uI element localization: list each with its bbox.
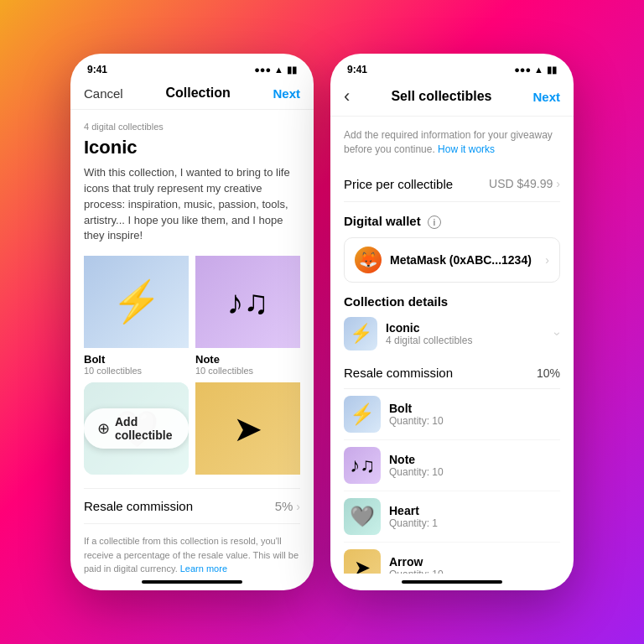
phone1-content: 4 digital collectibles Iconic With this … bbox=[70, 110, 314, 574]
nav-bar-2: ‹ Sell collectibles Next bbox=[330, 79, 574, 117]
battery-icon-2: ▮▮ bbox=[547, 65, 557, 75]
collectibles-list: ⚡ Bolt Quantity: 10 ♪♫ Note Quantity: 10 bbox=[344, 389, 560, 574]
price-chevron-icon: › bbox=[556, 177, 560, 190]
plus-icon: ⊕ bbox=[97, 419, 110, 438]
heart-collectible-qty: Quantity: 1 bbox=[389, 517, 438, 529]
price-value: USD $49.99 › bbox=[489, 177, 560, 190]
bolt-emoji: ⚡ bbox=[112, 278, 162, 325]
status-icons-1: ●●● ▲ ▮▮ bbox=[254, 65, 297, 75]
status-bar-2: 9:41 ●●● ▲ ▮▮ bbox=[330, 54, 574, 79]
resale-chevron-icon: › bbox=[296, 500, 300, 513]
arrow-emoji: ➤ bbox=[233, 408, 262, 449]
wallet-section-title: Digital wallet i bbox=[344, 214, 560, 230]
iconic-info: Iconic 4 digital collectibles bbox=[386, 321, 472, 346]
price-label: Price per collectible bbox=[344, 177, 453, 191]
collection-count: 4 digital collectibles bbox=[84, 122, 300, 132]
collection-title: Iconic bbox=[84, 137, 300, 158]
signal-icon-2: ●●● bbox=[514, 65, 531, 75]
note-collectible-name: Note bbox=[389, 453, 444, 466]
metamask-icon: 🦊 bbox=[355, 247, 382, 273]
heart-collectible-name: Heart bbox=[389, 504, 438, 517]
arrow-info: Arrow Quantity: 10 bbox=[389, 555, 444, 574]
nav-title-1: Collection bbox=[165, 86, 230, 101]
grid-item-arrow: ➤ bbox=[195, 382, 300, 475]
note-count: 10 collectibles bbox=[195, 366, 300, 376]
phone-collection: 9:41 ●●● ▲ ▮▮ Cancel Collection Next 4 d… bbox=[70, 54, 314, 590]
note-info: Note Quantity: 10 bbox=[389, 453, 444, 478]
note-image: ♪♫ bbox=[195, 256, 300, 348]
iconic-count: 4 digital collectibles bbox=[386, 335, 472, 346]
collapse-icon[interactable]: › bbox=[552, 332, 565, 336]
resale-info-text: If a collectible from this collection is… bbox=[84, 534, 300, 574]
heart-icon: 🩶 bbox=[344, 498, 381, 535]
wallet-name: MetaMask (0xABC...1234) bbox=[390, 253, 532, 267]
price-row: Price per collectible USD $49.99 › bbox=[344, 167, 560, 202]
grid-item-bolt: ⚡ Bolt 10 collectibles bbox=[84, 256, 189, 376]
back-button[interactable]: ‹ bbox=[344, 86, 350, 107]
wifi-icon-1: ▲ bbox=[274, 65, 283, 75]
arrow-collectible-qty: Quantity: 10 bbox=[389, 569, 444, 574]
bolt-collectible-qty: Quantity: 10 bbox=[389, 415, 444, 427]
collection-description: With this collection, I wanted to bring … bbox=[84, 165, 300, 244]
arrow-collectible-name: Arrow bbox=[389, 555, 444, 569]
resale-value: 5% › bbox=[275, 499, 300, 513]
home-indicator-1 bbox=[142, 580, 242, 584]
how-it-works-link[interactable]: How it works bbox=[438, 143, 495, 155]
phones-container: 9:41 ●●● ▲ ▮▮ Cancel Collection Next 4 d… bbox=[70, 54, 574, 590]
time-1: 9:41 bbox=[87, 64, 107, 75]
collectible-row-note: ♪♫ Note Quantity: 10 bbox=[344, 440, 560, 491]
note-emoji: ♪♫ bbox=[227, 283, 269, 321]
resale-commission-label: Resale commission bbox=[344, 366, 453, 380]
wallet-row[interactable]: 🦊 MetaMask (0xABC...1234) › bbox=[344, 237, 560, 283]
nav-title-2: Sell collectibles bbox=[391, 89, 491, 104]
phone-sell: 9:41 ●●● ▲ ▮▮ ‹ Sell collectibles Next A… bbox=[330, 54, 574, 590]
bolt-collectible-name: Bolt bbox=[389, 402, 444, 415]
note-icon: ♪♫ bbox=[344, 447, 381, 484]
heart-info: Heart Quantity: 1 bbox=[389, 504, 438, 529]
status-icons-2: ●●● ▲ ▮▮ bbox=[514, 65, 557, 75]
collectible-row-arrow: ➤ Arrow Quantity: 10 bbox=[344, 543, 560, 574]
resale-row: Resale commission 5% › bbox=[84, 488, 300, 524]
grid-item-heart: 🩶 ⊕ Add collectible bbox=[84, 382, 189, 475]
arrow-icon: ➤ bbox=[344, 549, 381, 574]
collectible-row-bolt: ⚡ Bolt Quantity: 10 bbox=[344, 389, 560, 440]
resale-commission-row: Resale commission 10% bbox=[344, 361, 560, 389]
resale-label: Resale commission bbox=[84, 499, 193, 513]
sell-info-text: Add the required information for your gi… bbox=[344, 128, 560, 157]
status-bar-1: 9:41 ●●● ▲ ▮▮ bbox=[70, 54, 314, 79]
note-name: Note bbox=[195, 353, 300, 366]
bolt-name: Bolt bbox=[84, 353, 189, 366]
bolt-image: ⚡ bbox=[84, 256, 189, 348]
bolt-info: Bolt Quantity: 10 bbox=[389, 402, 444, 427]
wifi-icon-2: ▲ bbox=[534, 65, 543, 75]
arrow-image: ➤ bbox=[195, 382, 300, 475]
learn-more-link[interactable]: Learn more bbox=[180, 564, 227, 574]
nav-bar-1: Cancel Collection Next bbox=[70, 79, 314, 110]
wallet-chevron-icon: › bbox=[545, 253, 549, 267]
grid-item-note: ♪♫ Note 10 collectibles bbox=[195, 256, 300, 376]
wallet-left: 🦊 MetaMask (0xABC...1234) bbox=[355, 247, 532, 273]
add-collectible-overlay: ⊕ Add collectible bbox=[84, 382, 189, 475]
collection-item-iconic: ⚡ Iconic 4 digital collectibles › bbox=[344, 317, 560, 351]
home-indicator-2 bbox=[402, 580, 502, 584]
battery-icon-1: ▮▮ bbox=[287, 65, 297, 75]
time-2: 9:41 bbox=[347, 64, 367, 75]
bolt-icon: ⚡ bbox=[344, 396, 381, 433]
bolt-count: 10 collectibles bbox=[84, 366, 189, 376]
collectible-row-heart: 🩶 Heart Quantity: 1 bbox=[344, 491, 560, 543]
wallet-info-icon[interactable]: i bbox=[428, 216, 441, 229]
cancel-button[interactable]: Cancel bbox=[84, 86, 123, 101]
add-collectible-button[interactable]: ⊕ Add collectible bbox=[84, 408, 189, 449]
phone2-content: Add the required information for your gi… bbox=[330, 117, 574, 574]
note-collectible-qty: Quantity: 10 bbox=[389, 466, 444, 478]
collection-details-section-title: Collection details bbox=[344, 294, 560, 309]
next-button-2[interactable]: Next bbox=[532, 90, 560, 104]
collectibles-grid: ⚡ Bolt 10 collectibles ♪♫ Note 10 collec… bbox=[84, 256, 300, 475]
signal-icon-1: ●●● bbox=[254, 65, 271, 75]
iconic-name: Iconic bbox=[386, 321, 472, 335]
iconic-icon: ⚡ bbox=[344, 317, 377, 351]
next-button-1[interactable]: Next bbox=[273, 86, 300, 101]
add-collectible-label: Add collectible bbox=[115, 415, 175, 442]
resale-commission-value: 10% bbox=[537, 366, 560, 380]
